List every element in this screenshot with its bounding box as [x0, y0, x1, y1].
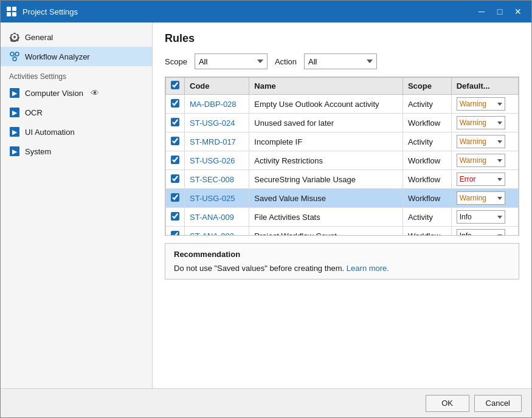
learn-more-link[interactable]: Learn more. [347, 264, 389, 273]
row-scope: Workflow [402, 151, 451, 170]
row-code: ST-USG-024 [185, 114, 249, 132]
table-scroll-area[interactable]: Code Name Scope Default... MA-DBP-028 Em… [165, 77, 519, 235]
code-link[interactable]: MA-DBP-028 [190, 100, 237, 109]
sidebar-item-ocr[interactable]: ▶ OCR [1, 103, 152, 122]
row-name: SecureString Variable Usage [249, 170, 403, 189]
row-checkbox[interactable] [171, 99, 179, 108]
svg-rect-3 [12, 12, 16, 16]
row-code: ST-USG-026 [185, 151, 249, 170]
content-area: Rules Scope All Activity Workflow Action… [153, 22, 531, 388]
sidebar-item-ui-automation[interactable]: ▶ UI Automation [1, 122, 152, 142]
row-name: Activity Restrictions [249, 151, 403, 170]
table-row[interactable]: ST-SEC-008 SecureString Variable Usage W… [166, 170, 519, 189]
workflow-icon [9, 51, 20, 62]
row-scope: Workflow [402, 189, 451, 208]
table-row[interactable]: ST-ANA-003 Project Workflow Count Workfl… [166, 227, 519, 236]
svg-rect-0 [7, 7, 11, 11]
svg-rect-1 [12, 7, 16, 11]
recommendation-box: Recommendation Do not use "Saved values"… [165, 243, 519, 279]
page-title: Rules [165, 32, 519, 45]
row-checkbox[interactable] [171, 118, 179, 126]
window-title: Project Settings [22, 7, 473, 16]
default-select[interactable]: Warning Error Info [457, 154, 505, 167]
default-select[interactable]: Warning Error Info [457, 135, 505, 148]
row-checkbox[interactable] [171, 174, 179, 183]
app-icon [5, 5, 18, 18]
row-code: ST-ANA-003 [185, 227, 249, 236]
table-row[interactable]: ST-USG-026 Activity Restrictions Workflo… [166, 151, 519, 170]
default-select[interactable]: Warning Error Info [457, 210, 505, 224]
default-select[interactable]: Warning Error Info [457, 116, 505, 129]
row-default: Warning Error Info [451, 151, 518, 170]
row-default: Warning Error Info [451, 95, 518, 114]
row-scope: Workflow [402, 114, 451, 132]
ocr-icon: ▶ [9, 107, 20, 118]
minimize-button[interactable]: ─ [473, 4, 490, 19]
action-select[interactable]: All Warning Error Info [304, 53, 377, 69]
code-link[interactable]: ST-USG-025 [190, 194, 235, 203]
code-link[interactable]: ST-MRD-017 [190, 137, 236, 146]
row-checkbox[interactable] [171, 137, 179, 145]
row-scope: Activity [402, 208, 451, 227]
row-checkbox[interactable] [171, 193, 179, 202]
select-all-checkbox[interactable] [171, 81, 179, 89]
row-name: Incomplete IF [249, 132, 403, 151]
row-checkbox-cell [166, 151, 185, 170]
close-button[interactable]: ✕ [510, 4, 527, 19]
row-code: ST-ANA-009 [185, 208, 249, 227]
table-row[interactable]: ST-USG-024 Unused saved for later Workfl… [166, 114, 519, 132]
title-bar: Project Settings ─ □ ✕ [1, 1, 531, 22]
sidebar-item-computer-vision[interactable]: ▶ Computer Vision 👁 [1, 83, 152, 103]
activities-settings-section: Activities Settings [1, 66, 152, 83]
svg-point-6 [13, 57, 16, 61]
row-checkbox[interactable] [171, 231, 179, 236]
table-row[interactable]: MA-DBP-028 Empty Use Outlook Account act… [166, 95, 519, 114]
row-name: Unused saved for later [249, 114, 403, 132]
table-row[interactable]: ST-USG-025 Saved Value Misuse Workflow W… [166, 189, 519, 208]
eye-icon: 👁 [91, 88, 99, 98]
select-all-header [166, 78, 185, 95]
sidebar-item-general[interactable]: General [1, 27, 152, 47]
cancel-button[interactable]: Cancel [474, 395, 522, 412]
row-code: ST-MRD-017 [185, 132, 249, 151]
sidebar: General Workflow Analyzer Activities Set… [1, 22, 153, 388]
scope-select[interactable]: All Activity Workflow [195, 53, 268, 69]
row-checkbox-cell [166, 189, 185, 208]
code-link[interactable]: ST-ANA-009 [190, 213, 234, 222]
svg-point-4 [10, 52, 14, 56]
row-checkbox-cell [166, 170, 185, 189]
recommendation-text: Do not use "Saved values" before creatin… [174, 264, 510, 273]
default-select[interactable]: Warning Error Info [457, 191, 505, 205]
maximize-button[interactable]: □ [491, 4, 508, 19]
code-link[interactable]: ST-USG-024 [190, 118, 235, 128]
ok-button[interactable]: OK [426, 395, 469, 412]
ocr-label: OCR [25, 108, 43, 117]
code-link[interactable]: ST-SEC-008 [190, 175, 234, 184]
system-icon: ▶ [9, 146, 20, 157]
row-name: Saved Value Misuse [249, 189, 403, 208]
sidebar-item-workflow-analyzer[interactable]: Workflow Analyzer [1, 47, 152, 66]
action-label: Action [275, 57, 297, 66]
code-link[interactable]: ST-USG-026 [190, 156, 235, 165]
default-select[interactable]: Warning Error Info [457, 97, 505, 111]
row-default: Warning Error Info [451, 114, 518, 132]
name-header: Name [249, 78, 403, 95]
row-checkbox[interactable] [171, 156, 179, 164]
default-select[interactable]: Warning Error Info [457, 229, 505, 235]
row-checkbox-cell [166, 95, 185, 114]
row-default: Warning Error Info [451, 189, 518, 208]
row-name: Project Workflow Count [249, 227, 403, 236]
workflow-analyzer-label: Workflow Analyzer [25, 52, 90, 61]
row-scope: Activity [402, 95, 451, 114]
sidebar-item-system[interactable]: ▶ System [1, 142, 152, 161]
table-row[interactable]: ST-MRD-017 Incomplete IF Activity Warnin… [166, 132, 519, 151]
default-select[interactable]: Warning Error Info [457, 173, 505, 186]
ui-automation-label: UI Automation [25, 128, 75, 137]
row-checkbox[interactable] [171, 212, 179, 221]
computer-vision-label: Computer Vision [25, 89, 83, 98]
footer-bar: OK Cancel [1, 388, 531, 417]
filters-row: Scope All Activity Workflow Action All W… [165, 53, 519, 69]
row-checkbox-cell [166, 227, 185, 236]
code-link[interactable]: ST-ANA-003 [190, 231, 234, 236]
table-row[interactable]: ST-ANA-009 File Activities Stats Activit… [166, 208, 519, 227]
